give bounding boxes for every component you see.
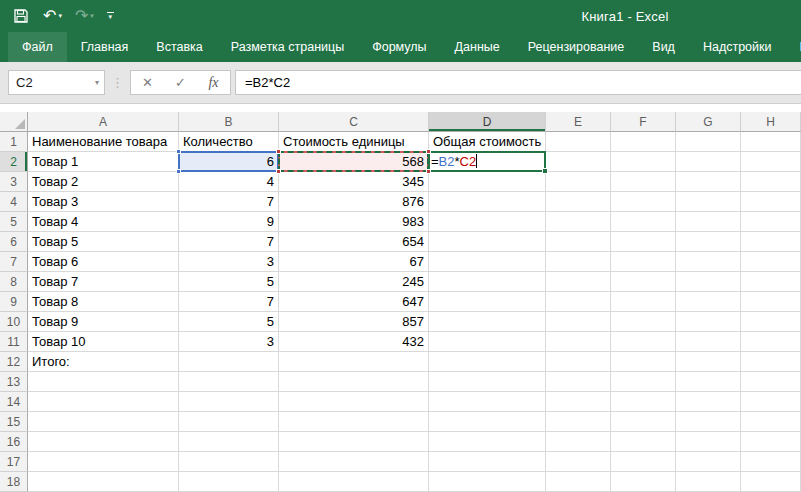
cell-H6[interactable] (741, 232, 801, 252)
column-header-C[interactable]: C (279, 112, 429, 132)
cell-H16[interactable] (741, 432, 801, 452)
cell-C6[interactable]: 654 (279, 232, 429, 252)
cell-F16[interactable] (611, 432, 676, 452)
cell-E11[interactable] (546, 332, 611, 352)
cell-D16[interactable] (429, 432, 546, 452)
row-header-14[interactable]: 14 (0, 392, 28, 412)
cell-E8[interactable] (546, 272, 611, 292)
cell-H2[interactable] (741, 152, 801, 172)
tab-file[interactable]: Файл (8, 32, 67, 62)
cell-A12[interactable]: Итого: (28, 352, 179, 372)
enter-button[interactable]: ✓ (164, 75, 197, 90)
select-all-button[interactable] (0, 112, 28, 132)
cell-E4[interactable] (546, 192, 611, 212)
row-header-1[interactable]: 1 (0, 132, 28, 152)
cell-C5[interactable]: 983 (279, 212, 429, 232)
row-header-9[interactable]: 9 (0, 292, 28, 312)
cell-B13[interactable] (179, 372, 279, 392)
cell-A17[interactable] (28, 452, 179, 472)
column-header-A[interactable]: A (28, 112, 179, 132)
cell-C7[interactable]: 67 (279, 252, 429, 272)
cell-G7[interactable] (676, 252, 741, 272)
cell-C2[interactable]: 568 (279, 152, 429, 172)
cell-E5[interactable] (546, 212, 611, 232)
cell-B7[interactable]: 3 (179, 252, 279, 272)
cell-H11[interactable] (741, 332, 801, 352)
cell-H17[interactable] (741, 452, 801, 472)
cell-A14[interactable] (28, 392, 179, 412)
cell-C3[interactable]: 345 (279, 172, 429, 192)
cell-C16[interactable] (279, 432, 429, 452)
cell-A8[interactable]: Товар 7 (28, 272, 179, 292)
cell-G5[interactable] (676, 212, 741, 232)
row-header-16[interactable]: 16 (0, 432, 28, 452)
row-header-11[interactable]: 11 (0, 332, 28, 352)
row-header-6[interactable]: 6 (0, 232, 28, 252)
cell-C4[interactable]: 876 (279, 192, 429, 212)
cell-C8[interactable]: 245 (279, 272, 429, 292)
cell-A11[interactable]: Товар 10 (28, 332, 179, 352)
cell-F12[interactable] (611, 352, 676, 372)
cell-G6[interactable] (676, 232, 741, 252)
cell-G3[interactable] (676, 172, 741, 192)
cell-E14[interactable] (546, 392, 611, 412)
cell-A7[interactable]: Товар 6 (28, 252, 179, 272)
tab-add-ins[interactable]: Надстройки (689, 32, 786, 62)
cell-B15[interactable] (179, 412, 279, 432)
cell-E17[interactable] (546, 452, 611, 472)
cell-A4[interactable]: Товар 3 (28, 192, 179, 212)
cell-G1[interactable] (676, 132, 741, 152)
name-box[interactable]: C2 ▾ (8, 70, 105, 95)
cell-H8[interactable] (741, 272, 801, 292)
cell-C11[interactable]: 432 (279, 332, 429, 352)
cell-C12[interactable] (279, 352, 429, 372)
cell-C14[interactable] (279, 392, 429, 412)
cell-H7[interactable] (741, 252, 801, 272)
cell-B5[interactable]: 9 (179, 212, 279, 232)
cancel-button[interactable]: ✕ (131, 75, 164, 90)
tab-page-layout[interactable]: Разметка страницы (217, 32, 358, 62)
cell-F11[interactable] (611, 332, 676, 352)
cell-B11[interactable]: 3 (179, 332, 279, 352)
cell-C10[interactable]: 857 (279, 312, 429, 332)
cell-G13[interactable] (676, 372, 741, 392)
cell-H5[interactable] (741, 212, 801, 232)
cell-D12[interactable] (429, 352, 546, 372)
tab-insert[interactable]: Вставка (142, 32, 216, 62)
tab-home[interactable]: Главная (67, 32, 143, 62)
cell-A10[interactable]: Товар 9 (28, 312, 179, 332)
cell-D3[interactable] (429, 172, 546, 192)
customize-quick-access-toolbar-button[interactable]: ▾ (107, 4, 114, 28)
row-header-15[interactable]: 15 (0, 412, 28, 432)
cell-D6[interactable] (429, 232, 546, 252)
cell-G18[interactable] (676, 472, 741, 492)
tab-data[interactable]: Данные (441, 32, 514, 62)
cell-D18[interactable] (429, 472, 546, 492)
row-header-8[interactable]: 8 (0, 272, 28, 292)
redo-dropdown-caret-icon[interactable]: ▾ (90, 12, 94, 20)
cell-A1[interactable]: Наименование товара (28, 132, 179, 152)
cell-H1[interactable] (741, 132, 801, 152)
cell-F4[interactable] (611, 192, 676, 212)
cell-D5[interactable] (429, 212, 546, 232)
cell-A16[interactable] (28, 432, 179, 452)
cell-H12[interactable] (741, 352, 801, 372)
cell-G15[interactable] (676, 412, 741, 432)
cell-E6[interactable] (546, 232, 611, 252)
cell-G2[interactable] (676, 152, 741, 172)
row-header-12[interactable]: 12 (0, 352, 28, 372)
cell-C18[interactable] (279, 472, 429, 492)
cell-E10[interactable] (546, 312, 611, 332)
cell-E3[interactable] (546, 172, 611, 192)
cell-A3[interactable]: Товар 2 (28, 172, 179, 192)
cell-G11[interactable] (676, 332, 741, 352)
cell-H3[interactable] (741, 172, 801, 192)
cell-B3[interactable]: 4 (179, 172, 279, 192)
cell-F9[interactable] (611, 292, 676, 312)
row-header-3[interactable]: 3 (0, 172, 28, 192)
tab-formulas[interactable]: Формулы (358, 32, 440, 62)
cell-H18[interactable] (741, 472, 801, 492)
cell-E13[interactable] (546, 372, 611, 392)
cell-F2[interactable] (611, 152, 676, 172)
cell-F13[interactable] (611, 372, 676, 392)
